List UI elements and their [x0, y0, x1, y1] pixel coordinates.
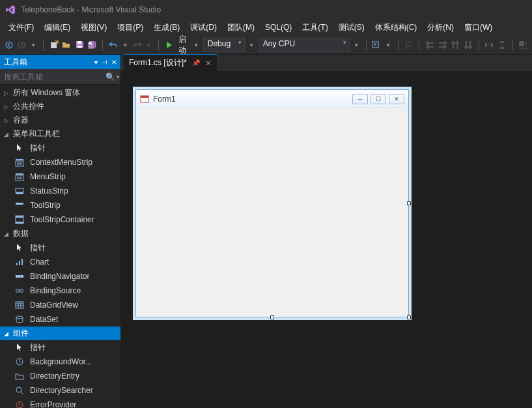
svg-rect-39	[21, 259, 23, 265]
tab-close-icon[interactable]: ✕	[205, 59, 212, 68]
search-clear-dropdown[interactable]: ▾	[115, 74, 120, 80]
find-button[interactable]	[371, 38, 382, 52]
toolbox-item[interactable]: Chart	[0, 255, 120, 269]
undo-button[interactable]	[108, 38, 119, 52]
toolbox-panel: 工具箱 ▾ ⊣ ✕ 🔍 ▾ ▷所有 Windows 窗体▷公共控件▷容器◢菜单和…	[0, 55, 121, 408]
item-label: 指针	[30, 242, 46, 254]
menu-item[interactable]: 生成(B)	[149, 21, 184, 35]
find-dropdown[interactable]: ▾	[384, 42, 393, 48]
item-label: ToolStripContainer	[30, 215, 94, 224]
toolbox-item[interactable]: MenuStrip	[0, 169, 120, 184]
history-dropdown[interactable]: ▾	[29, 42, 38, 48]
menu-icon	[14, 171, 25, 182]
resize-handle-se[interactable]	[407, 315, 411, 319]
spacing-v-button	[497, 38, 507, 52]
search-icon[interactable]: 🔍	[105, 72, 115, 81]
toolbox-item[interactable]: BackgroundWor...	[0, 355, 120, 369]
redo-dropdown: ▾	[145, 42, 153, 48]
toolbox-item[interactable]: DirectorySearcher	[0, 383, 120, 398]
err-icon	[14, 400, 25, 408]
menu-item[interactable]: SQL(Q)	[260, 22, 296, 33]
align-left-button: ⬱	[404, 38, 414, 52]
undo-dropdown[interactable]: ▾	[121, 42, 130, 48]
item-label: ContextMenuStrip	[30, 158, 92, 167]
form-window[interactable]: Form1 ─ ☐ ✕	[135, 89, 409, 317]
resize-handle-s[interactable]	[270, 315, 274, 319]
toolbox-tree[interactable]: ▷所有 Windows 窗体▷公共控件▷容器◢菜单和工具栏指针ContextMe…	[0, 85, 120, 408]
svg-rect-30	[16, 188, 23, 192]
nav-back-button[interactable]	[4, 38, 14, 52]
toolbox-item[interactable]: ToolStripContainer	[0, 212, 120, 227]
toolbox-group[interactable]: ▷所有 Windows 窗体	[0, 86, 120, 100]
svg-rect-27	[16, 173, 23, 175]
svg-point-42	[20, 289, 23, 293]
svg-rect-4	[77, 46, 82, 48]
toolbox-header[interactable]: 工具箱 ▾ ⊣ ✕	[0, 55, 120, 69]
close-icon[interactable]: ✕	[111, 59, 117, 66]
expand-icon: ◢	[4, 231, 10, 237]
toolbox-group[interactable]: ◢数据	[0, 227, 120, 240]
toolbox-group[interactable]: ▷公共控件	[0, 100, 120, 113]
svg-rect-16	[466, 41, 467, 49]
start-label[interactable]: 启动	[178, 34, 189, 56]
menu-item[interactable]: 测试(S)	[334, 21, 369, 35]
toolbox-item[interactable]: StatusStrip	[0, 184, 120, 198]
resize-handle-e[interactable]	[407, 201, 411, 205]
group-label: 组件	[13, 328, 29, 339]
form-title: Form1	[153, 95, 348, 104]
menu-item[interactable]: 项目(P)	[113, 21, 148, 35]
pin-icon[interactable]: ⊣	[102, 59, 107, 66]
item-label: DataSet	[30, 315, 58, 324]
toolbox-group[interactable]: ◢组件	[0, 327, 120, 340]
form-close-button: ✕	[389, 94, 404, 104]
toolbox-item[interactable]: 指针	[0, 240, 120, 255]
group-label: 菜单和工具栏	[13, 128, 60, 139]
toolbox-item[interactable]: 指针	[0, 141, 120, 155]
menu-item[interactable]: 团队(M)	[223, 21, 259, 35]
save-button[interactable]	[74, 38, 85, 52]
menu-item[interactable]: 分析(N)	[423, 21, 458, 35]
toolbox-group[interactable]: ◢菜单和工具栏	[0, 127, 120, 141]
toolbox-item[interactable]: ToolStrip	[0, 198, 120, 212]
expand-icon: ◢	[4, 330, 10, 337]
config-combo[interactable]: Debug	[203, 38, 245, 52]
menu-item[interactable]: 工具(T)	[298, 21, 332, 35]
new-project-button[interactable]	[49, 38, 59, 52]
tab-form1[interactable]: Form1.cs [设计]* 📌 ✕	[124, 54, 217, 71]
toolbox-item[interactable]: ContextMenuStrip	[0, 155, 120, 169]
toolbox-item[interactable]: BindingSource	[0, 284, 120, 298]
save-all-button[interactable]	[87, 38, 98, 52]
panel-dropdown-icon[interactable]: ▾	[94, 59, 98, 66]
toolbox-item[interactable]: 指针	[0, 340, 120, 355]
menu-item[interactable]: 调试(D)	[186, 21, 221, 35]
toolbox-search[interactable]: 🔍 ▾	[0, 69, 120, 85]
toolbox-group[interactable]: ▷容器	[0, 113, 120, 127]
toolbox-item[interactable]: BindingNavigator	[0, 269, 120, 284]
menu-item[interactable]: 视图(V)	[76, 21, 111, 35]
tab-pin-icon[interactable]: 📌	[192, 59, 200, 66]
form-designer[interactable]: Form1 ─ ☐ ✕	[121, 71, 532, 408]
form-maximize-button: ☐	[371, 94, 386, 104]
menu-item[interactable]: 体系结构(C)	[371, 21, 422, 35]
svg-rect-22	[500, 47, 504, 49]
toolbox-item[interactable]: ErrorProvider	[0, 398, 120, 408]
toolbox-item[interactable]: DataGridView	[0, 298, 120, 312]
config-dropdown[interactable]: ▾	[247, 42, 256, 48]
open-file-button[interactable]	[62, 38, 72, 52]
toolbox-item[interactable]: DataSet	[0, 312, 120, 327]
toolbox-search-input[interactable]	[0, 72, 105, 81]
start-button[interactable]	[164, 38, 175, 52]
form-body[interactable]	[136, 108, 408, 317]
svg-rect-43	[16, 302, 23, 308]
start-dropdown[interactable]: ▾	[192, 42, 201, 48]
menu-item[interactable]: 编辑(E)	[40, 21, 75, 35]
menu-item[interactable]: 文件(F)	[4, 21, 38, 35]
pointer-icon	[14, 242, 25, 253]
redo-button	[132, 38, 143, 52]
dir-icon	[14, 371, 25, 381]
item-label: DirectorySearcher	[30, 386, 93, 395]
platform-dropdown[interactable]: ▾	[352, 42, 361, 48]
toolbox-item[interactable]: DirectoryEntry	[0, 369, 120, 383]
menu-item[interactable]: 窗口(W)	[460, 21, 497, 35]
platform-combo[interactable]: Any CPU	[259, 38, 350, 52]
